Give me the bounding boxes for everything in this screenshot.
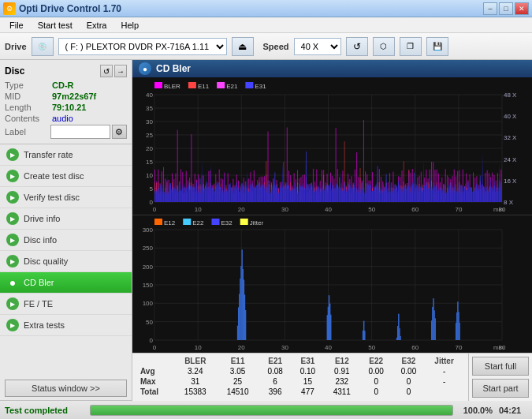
nav-label-quality: Disc quality [24, 256, 68, 266]
chart-title-bar: ● CD Bler [132, 60, 532, 77]
nav-icon-create: ▶ [6, 170, 19, 182]
menu-start-test[interactable]: Start test [32, 19, 79, 32]
speed-select[interactable]: 40 X [294, 38, 341, 55]
row-label-total: Total [137, 387, 174, 397]
avg-e32: 0.00 [392, 366, 425, 376]
total-e12: 4311 [324, 387, 359, 397]
nav-icon-disc: ▶ [6, 234, 19, 246]
chart-and-stats: ● CD Bler BLER E11 [132, 60, 532, 400]
nav-icon-extra: ▶ [6, 319, 19, 331]
sidebar-item-disc-info[interactable]: ▶ Disc info [0, 230, 132, 251]
avg-jitter: - [425, 366, 463, 376]
avg-e22: 0.00 [360, 366, 392, 376]
row-label-max: Max [137, 376, 174, 387]
max-e32: 0 [392, 376, 425, 387]
col-header-bler: BLER [174, 356, 217, 366]
drive-select[interactable]: ( F: ) PLEXTOR DVDR PX-716A 1.11 [58, 38, 227, 55]
disc-length-row: Length 79:10.21 [5, 103, 127, 112]
sidebar-item-create-test-disc[interactable]: ▶ Create test disc [0, 166, 132, 187]
label-input[interactable] [50, 125, 110, 139]
sidebar-item-transfer-rate[interactable]: ▶ Transfer rate [0, 144, 132, 166]
total-bler: 15383 [174, 387, 217, 397]
close-button[interactable]: ✕ [515, 2, 529, 15]
row-label-avg: Avg [137, 366, 174, 376]
stats-table: BLER E11 E21 E31 E12 E22 E32 Jitter Avg [137, 356, 463, 397]
progress-bar [91, 406, 452, 415]
start-part-button[interactable]: Start part [472, 379, 529, 398]
lower-chart [132, 215, 532, 353]
elapsed-time: 04:21 [499, 406, 527, 415]
avg-bler: 3.24 [174, 366, 217, 376]
refresh-button[interactable]: ↺ [346, 37, 368, 56]
nav-icon-quality: ▶ [6, 255, 19, 267]
disc-mid-row: MID 97m22s67f [5, 92, 127, 101]
avg-e11: 3.05 [217, 366, 259, 376]
max-e11: 25 [217, 376, 259, 387]
table-row-max: Max 31 25 6 15 232 0 0 - [137, 376, 463, 387]
titlebar-controls: – □ ✕ [483, 2, 529, 15]
length-key: Length [5, 103, 52, 112]
disc-arrow-icon[interactable]: → [114, 65, 127, 77]
menu-extra[interactable]: Extra [80, 19, 113, 32]
sidebar-item-cd-bler[interactable]: ● CD Bler [0, 272, 132, 294]
nav-label-create: Create test disc [24, 171, 84, 181]
window-title: Opti Drive Control 1.70 [19, 3, 121, 14]
mid-key: MID [5, 92, 52, 101]
main: Disc ↺ → Type CD-R MID 97m22s67f Length … [0, 60, 532, 400]
eraser-button[interactable]: ⬡ [373, 37, 395, 56]
col-header-e31: E31 [292, 356, 324, 366]
table-row-total: Total 15383 14510 396 477 4311 0 0 [137, 387, 463, 397]
nav-label-transfer: Transfer rate [24, 150, 73, 159]
max-e31: 15 [292, 376, 324, 387]
menu-help[interactable]: Help [114, 19, 145, 32]
copy-button[interactable]: ❐ [400, 37, 422, 56]
max-bler: 31 [174, 376, 217, 387]
col-header-e32: E32 [392, 356, 425, 366]
nav-label-cdbler: CD Bler [24, 278, 54, 287]
col-header-jitter: Jitter [425, 356, 463, 366]
total-e22: 0 [360, 387, 392, 397]
maximize-button[interactable]: □ [499, 2, 513, 15]
minimize-button[interactable]: – [483, 2, 497, 15]
upper-chart-canvas [132, 77, 532, 215]
right-buttons: Start full Start part [468, 354, 532, 401]
max-e12: 232 [324, 376, 359, 387]
chart-title: CD Bler [156, 63, 191, 74]
progress-percent: 100.0% [459, 406, 493, 415]
save-button[interactable]: 💾 [426, 37, 448, 56]
app-icon: ⚙ [3, 2, 16, 15]
sidebar-item-verify-test-disc[interactable]: ▶ Verify test disc [0, 187, 132, 208]
nav-label-fete: FE / TE [24, 299, 53, 309]
drivebar: Drive 💿 ( F: ) PLEXTOR DVDR PX-716A 1.11… [0, 33, 532, 60]
col-header-e21: E21 [259, 356, 291, 366]
stats-wrapper: BLER E11 E21 E31 E12 E22 E32 Jitter Avg [132, 354, 468, 401]
disc-title: Disc [5, 65, 24, 77]
menu-file[interactable]: File [3, 19, 30, 32]
mid-value: 97m22s67f [52, 92, 96, 101]
upper-chart [132, 77, 532, 215]
lower-chart-canvas [132, 215, 532, 353]
nav-icon-transfer: ▶ [6, 148, 19, 161]
eject-button[interactable]: ⏏ [232, 37, 254, 56]
contents-key: Contents [5, 114, 52, 123]
label-row: Label ⚙ [5, 125, 127, 139]
length-value: 79:10.21 [52, 103, 86, 112]
nav-label-drive: Drive info [24, 214, 60, 223]
sidebar-item-drive-info[interactable]: ▶ Drive info [0, 208, 132, 230]
sidebar-item-disc-quality[interactable]: ▶ Disc quality [0, 251, 132, 272]
total-e31: 477 [292, 387, 324, 397]
sidebar-item-extra-tests[interactable]: ▶ Extra tests [0, 315, 132, 336]
table-row-avg: Avg 3.24 3.05 0.08 0.10 0.91 0.00 0.00 - [137, 366, 463, 376]
contents-value: audio [52, 114, 73, 123]
disc-refresh-icon[interactable]: ↺ [100, 65, 113, 77]
max-e21: 6 [259, 376, 291, 387]
status-window-button[interactable]: Status window >> [5, 380, 127, 397]
total-e11: 14510 [217, 387, 259, 397]
total-e21: 396 [259, 387, 291, 397]
start-full-button[interactable]: Start full [472, 357, 529, 376]
nav-icon-cdbler: ● [6, 276, 19, 289]
nav-label-disc: Disc info [24, 235, 57, 245]
sidebar-item-fe-te[interactable]: ▶ FE / TE [0, 294, 132, 315]
avg-e31: 0.10 [292, 366, 324, 376]
label-gear-button[interactable]: ⚙ [112, 125, 127, 139]
